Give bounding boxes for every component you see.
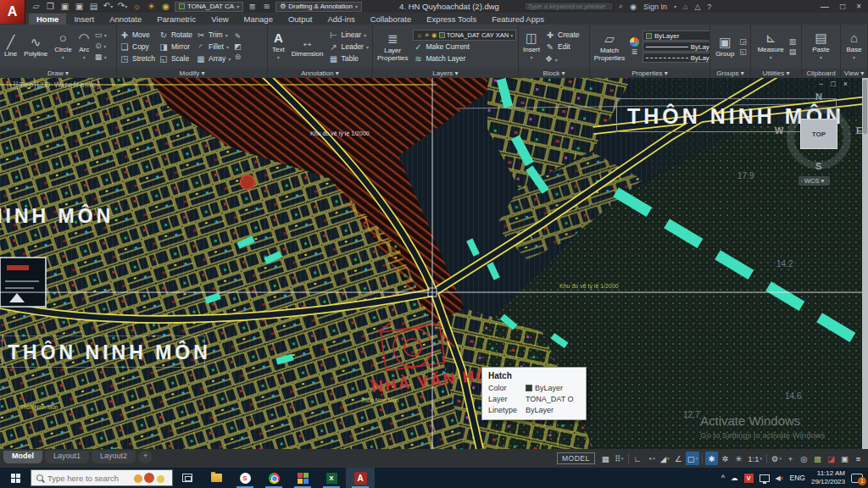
- line-button[interactable]: ╱Line: [3, 36, 19, 58]
- block-attributes-icon[interactable]: ❖ ▾: [545, 54, 555, 64]
- polyline-button[interactable]: ∿Polyline: [22, 36, 49, 58]
- notification-center-button[interactable]: 1: [851, 474, 863, 483]
- scale-selector[interactable]: 1:1▾: [746, 452, 764, 465]
- panel-label-groups[interactable]: Groups ▾: [710, 69, 750, 78]
- isodraft-icon[interactable]: ◢▾: [659, 452, 671, 465]
- drawing-canvas[interactable]: [0, 78, 868, 449]
- move-button[interactable]: ✚Move: [120, 30, 155, 41]
- onedrive-icon[interactable]: ☁: [731, 474, 738, 482]
- erase-icon[interactable]: ✎: [234, 32, 242, 42]
- tab-annotate[interactable]: Annotate: [102, 14, 149, 25]
- help-search-input[interactable]: [524, 2, 614, 11]
- lineweight-control[interactable]: ByLayer▾: [643, 42, 709, 52]
- tray-expand-icon[interactable]: ^: [721, 474, 725, 482]
- make-current-button[interactable]: ✓Make Current: [413, 42, 516, 53]
- volume-muted-icon[interactable]: ◀✕: [776, 474, 784, 482]
- customization-menu-icon[interactable]: ≡: [852, 452, 865, 465]
- rectangle-icon[interactable]: ▭ ▾: [95, 30, 107, 41]
- ortho-icon[interactable]: ∟: [632, 452, 644, 465]
- panel-label-modify[interactable]: Modify ▾: [117, 69, 267, 78]
- save-as-icon[interactable]: ▣: [74, 1, 85, 12]
- grid-icon[interactable]: ▦: [599, 452, 612, 465]
- layer-properties-button[interactable]: ≣Layer Properties: [376, 32, 409, 62]
- match-layer-button[interactable]: ≋Match Layer: [413, 53, 516, 64]
- open-folder-icon[interactable]: ❒: [45, 1, 56, 12]
- measure-button[interactable]: ⊾Measure▾: [756, 31, 786, 62]
- mirror-button[interactable]: ◨Mirror: [159, 42, 192, 53]
- help-icon[interactable]: ?: [707, 3, 711, 11]
- workspace-gear-icon[interactable]: ⚙▾: [770, 452, 783, 465]
- layer-state-icon[interactable]: ≣: [247, 1, 258, 12]
- panel-label-view[interactable]: View ▾: [841, 69, 867, 78]
- osnap-tracking-icon[interactable]: ∠: [672, 452, 685, 465]
- panel-label-properties[interactable]: Properties ▾: [590, 69, 709, 78]
- create-block-button[interactable]: ✚Create: [545, 30, 580, 41]
- app-button-1[interactable]: S: [231, 468, 259, 488]
- lineweight-icon[interactable]: ≣: [630, 47, 639, 57]
- file-explorer-button[interactable]: [202, 468, 231, 488]
- tab-featured-apps[interactable]: Featured Apps: [484, 14, 552, 25]
- viewcube-west[interactable]: W: [775, 125, 783, 136]
- dimension-button[interactable]: ↔Dimension: [290, 36, 326, 58]
- tab-layout1[interactable]: Layout1: [45, 451, 89, 463]
- linear-button[interactable]: ⊢Linear▾: [328, 30, 368, 41]
- color-control[interactable]: ByLayer▾: [643, 30, 709, 41]
- sun-icon[interactable]: ☀: [146, 1, 157, 12]
- annotation-visibility-icon[interactable]: ✱: [705, 452, 718, 465]
- lock-icon[interactable]: ◉: [160, 1, 171, 12]
- taskbar-search[interactable]: [31, 469, 173, 486]
- panel-label-layers[interactable]: Layers ▾: [373, 69, 518, 78]
- language-indicator[interactable]: ENG: [790, 474, 805, 482]
- clean-screen-icon[interactable]: ▣: [838, 452, 851, 465]
- taskbar-clock[interactable]: 11:12 AM 29/12/2023: [811, 469, 845, 486]
- polar-tracking-icon[interactable]: ◔▾: [645, 452, 658, 465]
- legend-box[interactable]: [0, 258, 46, 307]
- search-icon[interactable]: ⌕: [619, 2, 623, 11]
- text-button[interactable]: AText▾: [270, 31, 287, 62]
- tab-addins[interactable]: Add-ins: [320, 14, 362, 25]
- viewport-minimize-icon[interactable]: −: [819, 80, 823, 88]
- tab-express-tools[interactable]: Express Tools: [419, 14, 484, 25]
- viewport-controls[interactable]: [-][Top][2D Wireframe]: [7, 80, 100, 89]
- fillet-button[interactable]: ◜Fillet▾: [196, 42, 231, 53]
- plot-icon[interactable]: ▤: [88, 1, 99, 12]
- rotate-button[interactable]: ↻Rotate: [159, 30, 192, 41]
- match-properties-button[interactable]: ▱Match Properties: [593, 32, 626, 62]
- explode-icon[interactable]: ◩: [234, 42, 242, 52]
- viewcube-north[interactable]: N: [815, 92, 822, 102]
- tab-insert[interactable]: Insert: [66, 14, 102, 25]
- viewport-restore-icon[interactable]: □: [831, 80, 835, 88]
- layer-match-icon[interactable]: ≋: [261, 1, 272, 12]
- tab-parametric[interactable]: Parametric: [149, 14, 203, 25]
- linetype-control[interactable]: ByLayer▾: [643, 53, 709, 63]
- panel-label-annotation[interactable]: Annotation ▾: [268, 69, 372, 78]
- group-edit-icon[interactable]: ◱: [739, 47, 747, 57]
- bulb-icon[interactable]: ☼: [131, 1, 142, 12]
- app-menu-button[interactable]: A: [0, 0, 25, 24]
- viewcube[interactable]: N W E S TOP WCS ▾: [771, 90, 868, 190]
- panel-label-draw[interactable]: Draw ▾: [0, 69, 116, 78]
- tab-model[interactable]: Model: [3, 451, 42, 463]
- viewcube-top-face[interactable]: TOP: [800, 119, 837, 149]
- undo-icon[interactable]: ↶▾: [103, 0, 114, 13]
- circle-button[interactable]: ○Circle▾: [53, 31, 73, 62]
- array-button[interactable]: ▦Array▾: [196, 53, 231, 64]
- tab-layout2[interactable]: Layout2: [92, 451, 136, 463]
- scrollbar-thumb[interactable]: [863, 80, 867, 134]
- units-icon[interactable]: ◎: [798, 452, 810, 465]
- paste-button[interactable]: ▤Paste▾: [810, 31, 831, 62]
- model-space-button[interactable]: MODEL: [557, 452, 595, 464]
- offset-icon[interactable]: ⊜: [234, 53, 242, 62]
- redo-icon[interactable]: ↷▾: [117, 0, 128, 13]
- panel-label-clipboard[interactable]: Clipboard: [802, 69, 840, 78]
- save-icon[interactable]: ▣: [59, 1, 70, 12]
- viewport-close-icon[interactable]: ×: [843, 80, 848, 88]
- tab-collaborate[interactable]: Collaborate: [363, 14, 420, 25]
- arc-button[interactable]: ◠Arc▾: [77, 31, 92, 62]
- color-wheel-icon[interactable]: [630, 37, 639, 47]
- edit-block-button[interactable]: ✎Edit: [545, 42, 580, 53]
- minimize-button[interactable]: —: [821, 2, 829, 11]
- tab-manage[interactable]: Manage: [236, 14, 281, 25]
- chrome-button[interactable]: [259, 468, 288, 488]
- qat-layer-combo[interactable]: TONA_DAT CA▾: [175, 2, 243, 12]
